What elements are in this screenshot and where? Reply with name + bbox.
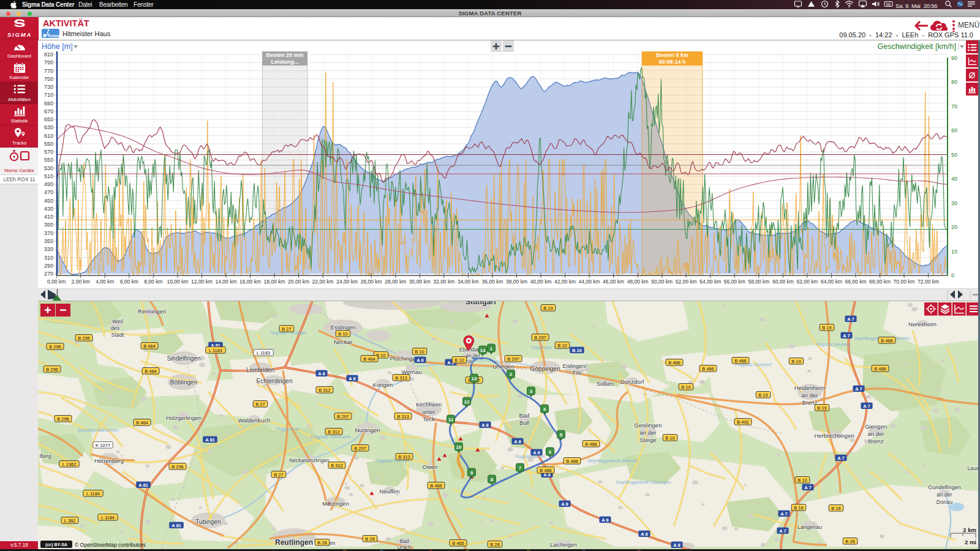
- svg-text:B 28: B 28: [365, 536, 374, 542]
- svg-text:22,00 km: 22,00 km: [312, 279, 334, 285]
- svg-text:an der: an der: [868, 430, 884, 437]
- svg-text:16,00 km: 16,00 km: [239, 279, 261, 285]
- svg-text:Holzgerlingen: Holzgerlingen: [166, 414, 202, 421]
- svg-text:B 10: B 10: [797, 478, 807, 483]
- svg-text:Metzingen: Metzingen: [322, 500, 349, 507]
- svg-text:B 27: B 27: [282, 326, 291, 332]
- svg-text:20,00 km: 20,00 km: [288, 279, 309, 285]
- svg-text:an der: an der: [802, 392, 818, 399]
- svg-text:60,00 km: 60,00 km: [772, 279, 794, 285]
- svg-text:Süßen: Süßen: [597, 380, 614, 387]
- svg-text:28,00 km: 28,00 km: [385, 279, 406, 285]
- svg-text:A 7: A 7: [780, 511, 787, 517]
- svg-text:A 8: A 8: [601, 517, 608, 523]
- svg-text:Nurtingen: Nurtingen: [355, 427, 380, 433]
- svg-text:B 297: B 297: [354, 446, 366, 451]
- svg-text:B 296: B 296: [57, 416, 69, 422]
- svg-text:Böblingen: Böblingen: [170, 379, 197, 386]
- svg-text:Donau: Donau: [937, 499, 953, 505]
- svg-text:4: 4: [543, 407, 546, 412]
- svg-text:60: 60: [951, 127, 957, 133]
- svg-text:Renningen: Renningen: [138, 308, 166, 315]
- svg-text:40: 40: [951, 176, 957, 182]
- svg-text:38,00 km: 38,00 km: [506, 279, 527, 285]
- svg-text:66,00 km: 66,00 km: [845, 279, 867, 285]
- svg-text:Bad: Bad: [399, 538, 409, 544]
- svg-text:Donzdorf: Donzdorf: [620, 378, 644, 385]
- svg-text:Boll: Boll: [519, 419, 529, 426]
- svg-text:B 27: B 27: [255, 402, 265, 407]
- svg-text:Uhingen: Uhingen: [492, 363, 514, 370]
- svg-text:Waldenbuch: Waldenbuch: [238, 417, 270, 424]
- svg-text:68,00 km: 68,00 km: [869, 279, 891, 285]
- svg-text:Segelfluggelände Berneck: Segelfluggelände Berneck: [587, 459, 638, 463]
- svg-text:Segelfluggelände Göppingen: Segelfluggelände Göppingen: [616, 480, 671, 485]
- svg-text:B 28: B 28: [845, 539, 854, 544]
- svg-text:B 10: B 10: [454, 358, 464, 363]
- svg-text:des: des: [111, 325, 120, 331]
- svg-text:00:06:14 h: 00:06:14 h: [658, 59, 685, 65]
- svg-text:Besten 5 km: Besten 5 km: [656, 52, 688, 58]
- svg-text:B 295: B 295: [49, 344, 61, 350]
- svg-text:B 466: B 466: [881, 338, 893, 343]
- svg-text:12,00 km: 12,00 km: [191, 279, 213, 285]
- svg-text:Laichingen: Laichingen: [550, 542, 577, 548]
- svg-text:20: 20: [951, 224, 957, 230]
- svg-text:Geislingen: Geislingen: [635, 422, 662, 429]
- svg-text:A 81: A 81: [205, 437, 215, 443]
- svg-text:80: 80: [951, 79, 957, 85]
- svg-text:13: 13: [472, 376, 477, 381]
- svg-text:10: 10: [456, 444, 462, 450]
- svg-text:54,00 km: 54,00 km: [699, 279, 721, 285]
- svg-text:SIGMA: SIGMA: [7, 31, 31, 38]
- svg-text:48,00 km: 48,00 km: [627, 279, 649, 285]
- svg-text:B 312: B 312: [331, 463, 343, 468]
- svg-text:Sindelfingen: Sindelfingen: [167, 355, 200, 362]
- svg-text:18,00 km: 18,00 km: [264, 279, 285, 285]
- svg-text:A 7: A 7: [837, 455, 844, 461]
- svg-text:9: 9: [470, 470, 473, 476]
- svg-text:L 1184: L 1184: [86, 491, 100, 497]
- svg-text:32,00 km: 32,00 km: [433, 279, 454, 285]
- svg-text:36,00 km: 36,00 km: [481, 279, 503, 285]
- svg-text:Heidenheim: Heidenheim: [794, 384, 826, 391]
- svg-text:B 466: B 466: [702, 366, 714, 372]
- svg-text:Bad: Bad: [519, 412, 530, 419]
- svg-text:Stuttgart: Stuttgart: [466, 301, 496, 306]
- svg-text:L 1184: L 1184: [101, 515, 115, 520]
- svg-text:(cc) BY-SA: (cc) BY-SA: [45, 542, 67, 547]
- svg-text:Stadt: Stadt: [111, 332, 124, 338]
- svg-text:A 7: A 7: [779, 528, 786, 534]
- svg-text:12: 12: [464, 399, 470, 405]
- svg-text:44,00 km: 44,00 km: [579, 279, 600, 285]
- svg-text:Fils: Fils: [573, 370, 581, 376]
- svg-text:B 464: B 464: [136, 420, 148, 425]
- svg-text:Besten 20 min: Besten 20 min: [266, 52, 304, 58]
- svg-text:Brenz: Brenz: [869, 438, 884, 444]
- svg-text:B 28: B 28: [490, 542, 499, 547]
- svg-text:0: 0: [951, 272, 954, 279]
- svg-text:A 8: A 8: [514, 439, 521, 444]
- svg-text:Reutlingen: Reutlingen: [275, 538, 313, 547]
- svg-text:A 8: A 8: [318, 371, 325, 377]
- svg-text:Lauin: Lauin: [968, 465, 979, 471]
- svg-text:Langenau: Langenau: [797, 524, 822, 530]
- svg-text:62,00 km: 62,00 km: [796, 279, 818, 285]
- svg-text:L 362: L 362: [64, 518, 76, 523]
- svg-text:B 492: B 492: [737, 419, 749, 425]
- svg-text:72,00 km: 72,00 km: [918, 279, 939, 285]
- svg-text:Weil: Weil: [112, 318, 123, 324]
- svg-text:A 81: A 81: [138, 482, 148, 488]
- svg-text:Tubingen: Tubingen: [195, 519, 221, 525]
- svg-text:B 464: B 464: [363, 356, 375, 362]
- svg-text:B 466: B 466: [668, 360, 680, 365]
- svg-text:B 464: B 464: [145, 369, 157, 374]
- svg-text:B 296: B 296: [46, 367, 58, 372]
- svg-text:B 466: B 466: [874, 366, 886, 372]
- svg-text:Esslingen: Esslingen: [330, 324, 355, 331]
- svg-text:B 297: B 297: [337, 414, 349, 419]
- svg-text:Segelflug Malmsheim: Segelflug Malmsheim: [78, 428, 119, 433]
- svg-text:40,00 km: 40,00 km: [530, 279, 552, 285]
- svg-text:an der: an der: [937, 492, 952, 498]
- svg-text:2: 2: [510, 372, 513, 377]
